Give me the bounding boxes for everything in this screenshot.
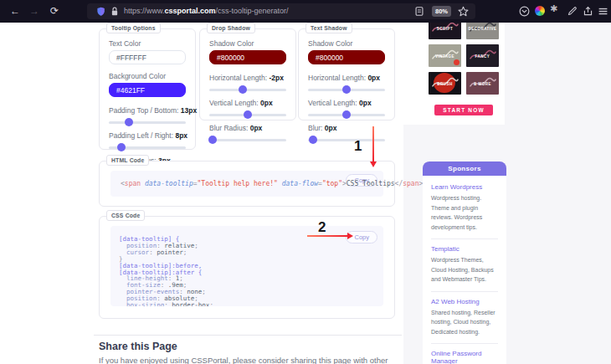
tracking-protection-shield-icon[interactable] [96, 7, 105, 16]
ts-horizontal-length-slider[interactable] [308, 85, 385, 94]
ds-horizontal-length-slider[interactable] [209, 85, 286, 94]
sponsors-header: Sponsors [423, 161, 506, 176]
slider-track[interactable] [209, 139, 286, 141]
url-bar[interactable]: https://www.cssportal.com/css-tooltip-ge… [87, 3, 475, 19]
sponsor-link[interactable]: Learn Wordpress [431, 183, 498, 191]
ad-thumbnail[interactable]: BRUSH [429, 72, 461, 95]
html-code-box: Copy <span data-tooltip="Tooltip help he… [110, 171, 383, 197]
sponsor-link[interactable]: Templatic [431, 245, 498, 253]
sponsor-description: Wordpress hosting. Theme and plugin revi… [431, 193, 498, 232]
back-icon[interactable]: ← [8, 4, 22, 18]
sponsors-panel: Sponsors Learn Wordpress Wordpress hosti… [423, 161, 506, 364]
sponsor-item: Online Password Manager Access your pass… [431, 343, 498, 364]
step-1-arrowhead [370, 161, 377, 167]
asterisk-extension-icon[interactable]: ✱ [550, 3, 557, 14]
step-2-label: 2 [318, 219, 326, 236]
sponsor-link[interactable]: A2 Web Hosting [431, 298, 498, 305]
background-color-input[interactable]: #4621FF [109, 83, 186, 97]
drop-shadow-panel: Drop Shadow Shadow Color #800000 Horizon… [199, 28, 296, 120]
ad-thumbnail[interactable]: VINTAGE [429, 44, 461, 67]
browser-window: ← → ⟳ https://www.cssportal.com/css-tool… [0, 0, 611, 364]
sponsor-description: Shared hosting, Reseller hosting, Cloud … [431, 308, 498, 337]
text-color-label: Text Color [109, 39, 186, 48]
slider-track[interactable] [109, 121, 186, 124]
url-scheme: https://www. [124, 7, 165, 15]
zoom-level-badge[interactable]: 80% [432, 6, 451, 17]
text-shadow-panel: Text Shadow Shadow Color #800000 Horizon… [298, 28, 395, 120]
html-code-legend: HTML Code [106, 155, 149, 166]
shadow-color-input[interactable]: #800000 [209, 50, 286, 64]
ts-vertical-length-label: Vertical Length: 0px [308, 99, 385, 107]
padding-left-right-label: Padding Left / Right: 8px [109, 131, 186, 140]
shadow-color-label: Shadow Color [209, 39, 286, 48]
step-1-label: 1 [354, 138, 362, 155]
slider-thumb[interactable] [309, 136, 317, 144]
start-now-button[interactable]: START NOW [434, 105, 493, 115]
slider-track[interactable] [209, 89, 286, 91]
ds-vertical-length-slider[interactable] [209, 110, 286, 119]
slider-thumb[interactable] [208, 136, 217, 144]
css-code-line: box-sizing: border-box; [119, 302, 383, 306]
padding-left-right-slider[interactable] [109, 143, 186, 151]
shadow-color-input[interactable]: #800000 [308, 50, 385, 64]
tooltip-options-panel: Tooltip Options Text Color #FFFFFF Backg… [99, 28, 196, 150]
html-code-panel: HTML Code Copy <span data-tooltip="Toolt… [99, 161, 395, 207]
text-shadow-legend: Text Shadow [306, 23, 352, 33]
step-2-arrow [307, 235, 347, 237]
slider-thumb[interactable] [117, 143, 126, 151]
sponsor-item: Templatic Wordpress Themes, Cloud Hostin… [431, 238, 498, 291]
sponsor-description: Wordpress Themes, Cloud Hosting, Backups… [431, 255, 498, 285]
url-domain: cssportal.com [165, 7, 216, 15]
lock-icon [110, 7, 119, 16]
pencil-icon[interactable] [567, 6, 578, 17]
css-code-box: Copy [data-tooltip] { position: relative… [110, 226, 383, 306]
css-code-lines: [data-tooltip] { position: relative; cur… [110, 226, 383, 306]
url-path: /css-tooltip-generator/ [216, 7, 289, 15]
section-divider [94, 335, 402, 336]
padding-top-bottom-label: Padding Top / Bottom: 13px [109, 106, 186, 115]
background-color-label: Background Color [109, 72, 186, 80]
page-content: Tooltip Options Text Color #FFFFFF Backg… [0, 23, 611, 364]
browser-toolbar: ← → ⟳ https://www.cssportal.com/css-tool… [0, 0, 611, 23]
share-heading: Share this Page [99, 341, 177, 352]
ad-thumbnail[interactable]: & MORE [466, 72, 499, 95]
export-icon[interactable] [583, 6, 593, 17]
sponsor-item: Learn Wordpress Wordpress hosting. Theme… [431, 177, 498, 238]
slider-thumb[interactable] [244, 110, 252, 119]
menu-icon[interactable] [598, 6, 608, 17]
ts-horizontal-length-label: Horizontal Length: 0px [308, 74, 385, 82]
text-color-input[interactable]: #FFFFFF [109, 50, 186, 64]
share-text: If you have enjoyed using CSSPortal, ple… [99, 355, 402, 364]
ds-vertical-length-label: Vertical Length: 0px [209, 99, 286, 107]
tooltip-options-legend: Tooltip Options [106, 23, 161, 33]
shadow-color-label: Shadow Color [308, 39, 385, 48]
slider-thumb[interactable] [342, 110, 351, 119]
css-code-line: cursor: pointer; [119, 249, 383, 256]
font-ad-grid: SCRIPT DECORATIVE VINTAGE FANCY BRUSH & … [429, 17, 499, 95]
ts-vertical-length-slider[interactable] [308, 110, 385, 119]
ds-blur-radius-label: Blur Radius: 0px [209, 124, 286, 132]
slider-thumb[interactable] [125, 118, 133, 126]
pocket-icon[interactable] [519, 6, 530, 17]
step-2-arrowhead [347, 233, 353, 239]
html-code-line: <span data-tooltip="Tooltip help here!" … [121, 171, 423, 197]
ds-blur-radius-slider[interactable] [209, 136, 286, 144]
slider-thumb[interactable] [342, 85, 351, 94]
slider-thumb[interactable] [239, 85, 247, 94]
refresh-icon[interactable]: ⟳ [48, 4, 61, 18]
css-code-legend: CSS Code [106, 210, 145, 221]
forward-icon[interactable]: → [28, 4, 41, 18]
padding-top-bottom-slider[interactable] [109, 118, 186, 126]
bookmark-star-icon[interactable] [458, 6, 469, 17]
url-text: https://www.cssportal.com/css-tooltip-ge… [124, 3, 289, 19]
color-wheel-icon[interactable] [535, 6, 545, 16]
step-1-arrow [372, 126, 374, 161]
ds-horizontal-length-label: Horizontal Length: -2px [209, 74, 286, 82]
sponsor-link[interactable]: Online Password Manager [431, 350, 498, 364]
drop-shadow-legend: Drop Shadow [207, 23, 255, 33]
reader-view-icon[interactable] [415, 7, 424, 16]
ad-thumbnail[interactable]: FANCY [466, 44, 499, 67]
sponsor-item: A2 Web Hosting Shared hosting, Reseller … [431, 291, 498, 344]
css-code-panel: CSS Code Copy [data-tooltip] { position:… [99, 216, 395, 319]
